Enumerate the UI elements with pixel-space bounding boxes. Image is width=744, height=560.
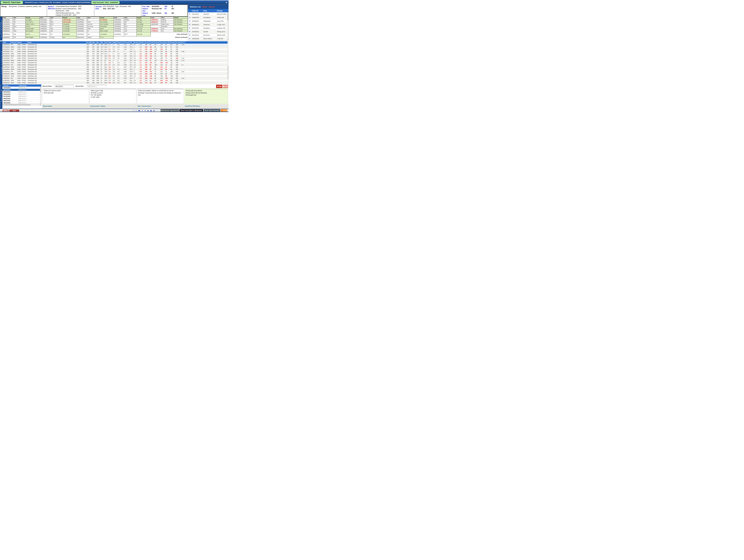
dialysis-col-header[interactable]: EBF	[92, 41, 96, 44]
stethoscope-icon[interactable]: ⚕	[133, 110, 134, 112]
dialysis-col-header[interactable]: PW	[129, 41, 133, 44]
dialysis-col-header[interactable]: QD	[96, 41, 100, 44]
dialysis-col-header[interactable]: UF Ach	[123, 41, 129, 44]
note-col-record-date[interactable]: Record ... ↓	[3, 85, 18, 86]
dialysis-row[interactable]: 25/10/2021MONAK98 - STN01Revaclear 40025…	[2, 48, 229, 50]
note-list-item[interactable]: 10/12/2021Staff Nurse 1	[3, 86, 40, 89]
scroll-thumb[interactable]	[227, 14, 228, 21]
scroll-up-icon[interactable]: ▲	[227, 12, 228, 13]
dialysis-row[interactable]: 24/09/2021FRIAK98 - STN01Revaclear 40030…	[2, 77, 229, 79]
dialysis-col-header[interactable]: Pr SP	[145, 41, 149, 44]
dialysis-row[interactable]: 20/10/2021WEDAK98 - STN01Revaclear 40025…	[2, 52, 229, 55]
scroll-left-icon[interactable]: ◀	[3, 104, 4, 106]
scroll-thumb[interactable]	[40, 88, 41, 92]
update-button[interactable]: ▣Update	[223, 85, 228, 88]
record-date-input[interactable]	[54, 85, 74, 88]
droplet-icon[interactable]: ◆	[147, 110, 149, 112]
medicine-details-link[interactable]: Details	[202, 6, 207, 8]
scroll-thumb[interactable]	[228, 66, 228, 79]
note-list-item[interactable]: 01/12/2021Staff Nurse 5	[3, 95, 40, 98]
record-by-input[interactable]	[87, 85, 107, 88]
scroll-up-icon[interactable]: ▲	[228, 41, 229, 42]
medicine-row[interactable]: ⧉20/08/2021Alfacalcidol1mcg TDS	[188, 20, 227, 23]
medicine-row[interactable]: ⧉18/09/2018Fenofibrate100mg OM	[188, 16, 227, 20]
dialysis-row[interactable]: 06/10/2021WEDAK98 - STN01Revaclear 40028…	[2, 66, 229, 68]
assessment-textarea[interactable]: High wt gain 4.5kg Nil SOB on arrival Pr…	[89, 89, 136, 104]
dialysis-col-header[interactable]: WtG	[108, 41, 112, 44]
dialysis-row[interactable]: 13/10/2021WEDAK98 - STN01Revaclear 40025…	[2, 59, 229, 62]
dialysis-col-header[interactable]: Wt off	[139, 41, 145, 44]
medicine-row[interactable]: ⧉18/11/2021Recormon4000iu 2x/wk	[188, 34, 227, 37]
lab-result-link[interactable]: Recent Lab Result	[151, 36, 188, 39]
mobile-icon[interactable]: ☎	[138, 110, 140, 112]
scroll-thumb[interactable]	[4, 104, 31, 105]
dialysis-row[interactable]: 29/10/2021FRIAK98 - STN01Revaclear 40025…	[2, 44, 229, 46]
dialysis-col-header[interactable]: Name	[27, 41, 86, 44]
dialysis-col-header[interactable]: WtDif	[112, 41, 117, 44]
dialysis-row[interactable]: 15/10/2021FRIAK98 - STN01Revaclear 40025…	[2, 57, 229, 59]
dialysis-row[interactable]: 22/10/2021FRIAK98 - STN01Revaclear 40025…	[2, 50, 229, 52]
medicine-row[interactable]: ⧉09/09/2021Calcichew3.75gm TDS	[188, 23, 227, 27]
copy-icon[interactable]: ⧉	[188, 31, 191, 33]
note-list-scrollbar[interactable]: ▲ ▼	[40, 86, 41, 104]
copy-icon[interactable]: ⧉	[188, 20, 191, 22]
dialysis-col-header[interactable]: DW	[100, 41, 104, 44]
briefcase-icon[interactable]: ▣	[150, 110, 152, 112]
note-list-item[interactable]: 08/12/2021Staff Nurse 2	[3, 89, 40, 91]
id-card-icon[interactable]: ▯	[136, 110, 137, 112]
dialysis-col-header[interactable]: KTV	[181, 41, 185, 44]
intra-post-hd-textarea[interactable]: Tachycardia post dialysis Rested 10min/ …	[185, 89, 228, 104]
dialysis-col-header[interactable]: Wt loss	[133, 41, 139, 44]
dialysis-row[interactable]: 11/10/2021MONAK98 - STN01Revaclear 40027…	[2, 62, 229, 64]
dialysis-row[interactable]: 27/09/2021MONAK98 - STN04Revaclear 40030…	[2, 75, 229, 77]
scroll-right-icon[interactable]: ▶	[40, 104, 41, 106]
dialysis-col-header[interactable]: Po Pul	[170, 41, 175, 44]
note-list-item[interactable]: 26/11/2021Staff Nurse 8	[3, 102, 40, 104]
dialysis-row[interactable]: 20/09/2021MONAK98 - STN01Revaclear 40030…	[2, 81, 229, 84]
dialysis-row[interactable]: 27/10/2021WEDAK98 - STN01Revaclear 40025…	[2, 46, 229, 48]
next-button[interactable]: Next	[9, 110, 19, 112]
medicine-row[interactable]: ⧉18/09/2018Renal Vitamin1 Tab OM	[188, 37, 227, 40]
chart-edit-icon[interactable]: ✎	[142, 110, 143, 112]
note-list-item[interactable]: 29/11/2021Staff Nurse 7	[3, 100, 40, 102]
dialysis-row[interactable]: 29/09/2021WEDARTIS - STN01Revaclear 4002…	[2, 73, 229, 75]
lab-result-link[interactable]: View Lab Result	[151, 32, 188, 36]
dialysis-col-header[interactable]: Po SP	[160, 41, 165, 44]
dialysis-col-header[interactable]: Set QB	[86, 41, 92, 44]
observation-textarea[interactable]: Patient G/c well on arrival Nil flu like…	[43, 89, 89, 104]
dialysis-row[interactable]: 08/10/2021FRIAK98 - STN01Revaclear 40025…	[2, 64, 229, 66]
dialysis-col-header[interactable]: Session	[10, 41, 17, 44]
dialysis-col-header[interactable]: Station	[17, 41, 27, 44]
dialysis-row[interactable]: 04/10/2021MONAK98 - STN01Revaclear 40030…	[2, 68, 229, 70]
scroll-up-icon[interactable]: ▲	[40, 86, 41, 88]
medicine-row[interactable]: ⧉31/03/2021Venofer100mg q1/12	[188, 30, 227, 34]
printer-icon[interactable]: ▤	[153, 110, 155, 112]
note-list-hscrollbar[interactable]: ◀ ▶	[2, 104, 41, 106]
plan-textarea[interactable]: Claims hot weather / Advise to control f…	[137, 89, 184, 104]
scroll-down-icon[interactable]: ▼	[227, 39, 228, 40]
copy-icon[interactable]: ⧉	[188, 16, 191, 18]
dialysis-row[interactable]: 18/10/2021MONAK98 - STN01Revaclear 40025…	[2, 55, 229, 57]
dialysis-row[interactable]: 22/09/2021WEDAK98 - STN01Revaclear 40025…	[2, 79, 229, 81]
close-icon[interactable]: ⊗	[226, 1, 227, 4]
dialysis-col-header[interactable]: Po DP	[165, 41, 170, 44]
add-button[interactable]: ✚ Add	[216, 85, 222, 88]
note-list-item[interactable]: 06/12/2021Staff Nurse 3	[3, 91, 40, 93]
prev-button[interactable]: Prev	[2, 110, 9, 112]
medicine-scrollbar[interactable]: ▲ ▼	[227, 12, 228, 40]
scroll-down-icon[interactable]: ▼	[40, 103, 41, 104]
copy-icon[interactable]: ⧉	[188, 34, 191, 36]
copy-icon[interactable]: ⧉	[188, 38, 191, 40]
dialysis-col-header[interactable]: DT ach	[175, 41, 181, 44]
medicine-copy-all-link[interactable]: Copy All	[209, 6, 215, 8]
dialysis-scrollbar[interactable]: ▲ ▼	[227, 41, 229, 84]
note-col-record-by[interactable]: Record By	[18, 85, 41, 86]
dialysis-col-header[interactable]: Pre Pul	[154, 41, 160, 44]
dialysis-row[interactable]: 01/10/2021FRIAK98 - STN01Revaclear 40030…	[2, 70, 229, 73]
note-list-item[interactable]: 03/12/2021Staff Nurse 4	[3, 93, 40, 96]
medicine-row[interactable]: ⧉26/10/2021Valsartan80mg OD NDD	[188, 12, 227, 16]
list-icon[interactable]: ☰	[145, 110, 146, 112]
scroll-down-icon[interactable]: ▼	[228, 83, 229, 84]
dialysis-col-header[interactable]: PrW	[104, 41, 108, 44]
dialysis-col-header[interactable]: Date↓	[2, 41, 10, 44]
